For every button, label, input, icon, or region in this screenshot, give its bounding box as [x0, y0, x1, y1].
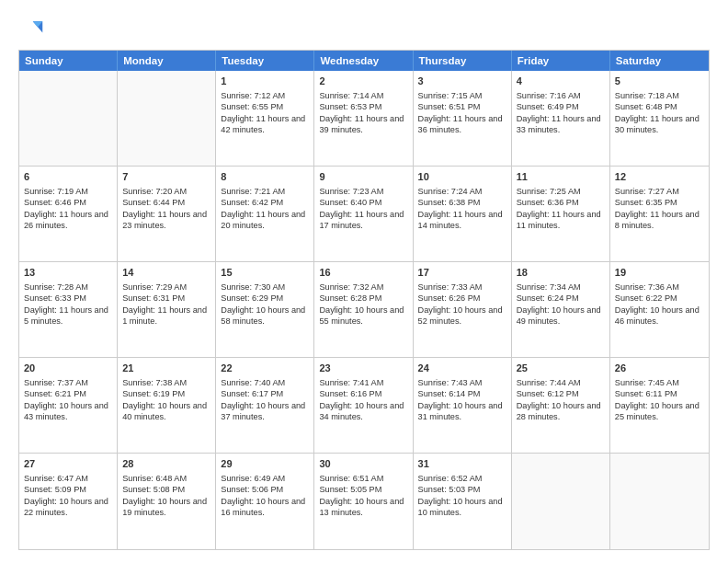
calendar-cell-10: 10Sunrise: 7:24 AMSunset: 6:38 PMDayligh… [414, 167, 512, 261]
calendar-cell-22: 22Sunrise: 7:40 AMSunset: 6:17 PMDayligh… [216, 358, 314, 453]
day-info: Daylight: 10 hours and 28 minutes. [517, 400, 605, 423]
day-info: Sunrise: 6:51 AM [319, 473, 407, 484]
day-info: Daylight: 10 hours and 19 minutes. [122, 496, 210, 519]
calendar-row-2: 6Sunrise: 7:19 AMSunset: 6:46 PMDaylight… [19, 167, 709, 262]
calendar-cell-31: 31Sunrise: 6:52 AMSunset: 5:03 PMDayligh… [414, 454, 512, 549]
day-info: Sunset: 5:06 PM [221, 484, 309, 495]
calendar-cell-5: 5Sunrise: 7:18 AMSunset: 6:48 PMDaylight… [610, 71, 709, 166]
day-number: 25 [517, 362, 605, 375]
day-info: Sunset: 5:03 PM [418, 484, 506, 495]
day-info: Daylight: 10 hours and 40 minutes. [122, 400, 210, 423]
day-info: Daylight: 10 hours and 22 minutes. [24, 496, 112, 519]
day-info: Daylight: 11 hours and 17 minutes. [319, 209, 407, 232]
day-info: Daylight: 11 hours and 8 minutes. [615, 209, 704, 232]
day-info: Sunset: 6:29 PM [221, 293, 309, 304]
calendar-cell-6: 6Sunrise: 7:19 AMSunset: 6:46 PMDaylight… [19, 167, 118, 261]
day-info: Daylight: 11 hours and 11 minutes. [517, 209, 605, 232]
day-info: Sunset: 6:17 PM [221, 388, 309, 399]
calendar-cell-empty-0-0 [19, 71, 118, 166]
day-info: Sunrise: 7:29 AM [122, 282, 210, 293]
calendar-cell-13: 13Sunrise: 7:28 AMSunset: 6:33 PMDayligh… [19, 262, 118, 357]
day-info: Sunrise: 7:18 AM [615, 90, 704, 101]
calendar-cell-15: 15Sunrise: 7:30 AMSunset: 6:29 PMDayligh… [216, 262, 314, 357]
day-number: 13 [24, 266, 112, 280]
day-info: Sunrise: 6:52 AM [418, 473, 506, 484]
day-info: Sunset: 6:11 PM [615, 388, 704, 399]
day-number: 1 [221, 75, 309, 88]
header-day-monday: Monday [118, 51, 216, 71]
calendar-cell-20: 20Sunrise: 7:37 AMSunset: 6:21 PMDayligh… [19, 358, 118, 453]
day-info: Sunrise: 6:48 AM [122, 473, 210, 484]
day-number: 15 [221, 266, 309, 280]
day-info: Daylight: 10 hours and 52 minutes. [418, 304, 506, 327]
day-info: Sunrise: 7:38 AM [122, 377, 210, 388]
day-info: Sunrise: 7:33 AM [418, 282, 506, 293]
day-info: Daylight: 10 hours and 25 minutes. [615, 400, 704, 423]
logo-icon [18, 17, 44, 42]
day-number: 16 [319, 266, 407, 280]
day-number: 6 [24, 170, 112, 184]
day-info: Sunset: 6:44 PM [122, 197, 210, 208]
day-info: Daylight: 10 hours and 31 minutes. [418, 400, 506, 423]
day-number: 31 [418, 457, 506, 471]
calendar-cell-1: 1Sunrise: 7:12 AMSunset: 6:55 PMDaylight… [216, 71, 314, 166]
calendar-cell-14: 14Sunrise: 7:29 AMSunset: 6:31 PMDayligh… [118, 262, 216, 357]
calendar-cell-27: 27Sunrise: 6:47 AMSunset: 5:09 PMDayligh… [19, 454, 118, 549]
day-info: Daylight: 11 hours and 20 minutes. [221, 209, 309, 232]
day-number: 24 [418, 362, 506, 375]
day-number: 9 [319, 170, 407, 184]
day-number: 4 [517, 75, 605, 88]
calendar-cell-9: 9Sunrise: 7:23 AMSunset: 6:40 PMDaylight… [314, 167, 413, 261]
calendar: SundayMondayTuesdayWednesdayThursdayFrid… [18, 50, 710, 550]
day-info: Daylight: 11 hours and 30 minutes. [615, 113, 704, 136]
day-info: Sunset: 5:08 PM [122, 484, 210, 495]
day-number: 19 [615, 266, 704, 280]
calendar-cell-11: 11Sunrise: 7:25 AMSunset: 6:36 PMDayligh… [512, 167, 610, 261]
calendar-cell-23: 23Sunrise: 7:41 AMSunset: 6:16 PMDayligh… [314, 358, 413, 453]
day-info: Sunrise: 7:27 AM [615, 186, 704, 197]
day-info: Sunrise: 7:41 AM [319, 377, 407, 388]
day-number: 10 [418, 170, 506, 184]
day-info: Sunrise: 7:45 AM [615, 377, 704, 388]
day-number: 17 [418, 266, 506, 280]
day-info: Sunrise: 7:28 AM [24, 282, 112, 293]
calendar-cell-25: 25Sunrise: 7:44 AMSunset: 6:12 PMDayligh… [512, 358, 610, 453]
day-info: Daylight: 11 hours and 26 minutes. [24, 209, 112, 232]
day-info: Sunrise: 7:24 AM [418, 186, 506, 197]
day-info: Sunset: 6:28 PM [319, 293, 407, 304]
day-info: Sunrise: 7:14 AM [319, 90, 407, 101]
day-number: 27 [24, 457, 112, 471]
day-info: Sunset: 6:48 PM [615, 101, 704, 112]
day-info: Sunrise: 7:36 AM [615, 282, 704, 293]
calendar-cell-24: 24Sunrise: 7:43 AMSunset: 6:14 PMDayligh… [414, 358, 512, 453]
day-info: Sunset: 6:26 PM [418, 293, 506, 304]
day-info: Daylight: 11 hours and 5 minutes. [24, 304, 112, 327]
day-info: Daylight: 10 hours and 49 minutes. [517, 304, 605, 327]
day-info: Daylight: 11 hours and 36 minutes. [418, 113, 506, 136]
day-number: 14 [122, 266, 210, 280]
calendar-body: 1Sunrise: 7:12 AMSunset: 6:55 PMDaylight… [19, 71, 709, 549]
day-info: Daylight: 10 hours and 46 minutes. [615, 304, 704, 327]
day-info: Daylight: 10 hours and 58 minutes. [221, 304, 309, 327]
day-info: Sunset: 6:16 PM [319, 388, 407, 399]
day-info: Sunset: 6:42 PM [221, 197, 309, 208]
day-info: Sunrise: 6:47 AM [24, 473, 112, 484]
day-number: 11 [517, 170, 605, 184]
day-number: 23 [319, 362, 407, 375]
day-info: Daylight: 10 hours and 37 minutes. [221, 400, 309, 423]
day-number: 21 [122, 362, 210, 375]
calendar-cell-3: 3Sunrise: 7:15 AMSunset: 6:51 PMDaylight… [414, 71, 512, 166]
day-info: Daylight: 10 hours and 34 minutes. [319, 400, 407, 423]
day-info: Sunrise: 7:15 AM [418, 90, 506, 101]
day-info: Sunrise: 7:21 AM [221, 186, 309, 197]
day-info: Sunset: 6:36 PM [517, 197, 605, 208]
day-info: Sunset: 6:38 PM [418, 197, 506, 208]
day-number: 18 [517, 266, 605, 280]
calendar-cell-empty-0-1 [118, 71, 216, 166]
page-header [18, 17, 710, 42]
day-info: Sunset: 6:49 PM [517, 101, 605, 112]
day-info: Sunset: 6:53 PM [319, 101, 407, 112]
day-number: 20 [24, 362, 112, 375]
day-info: Sunrise: 7:23 AM [319, 186, 407, 197]
calendar-row-1: 1Sunrise: 7:12 AMSunset: 6:55 PMDaylight… [19, 71, 709, 167]
